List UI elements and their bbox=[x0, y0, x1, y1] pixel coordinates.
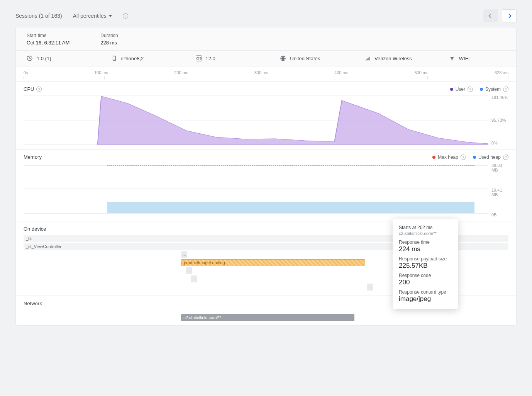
start-time-label: Start time bbox=[27, 33, 69, 38]
carrier: Verizon Wireless bbox=[374, 56, 412, 61]
percentile-dropdown[interactable]: All percentiles bbox=[73, 13, 112, 19]
next-session-button[interactable] bbox=[502, 9, 517, 22]
max-heap-line bbox=[107, 165, 474, 166]
legend-maxheap: Max heap bbox=[438, 155, 458, 160]
app-version: 1.0 (1) bbox=[37, 56, 51, 61]
tooltip-code-value: 200 bbox=[399, 279, 452, 286]
trace-item[interactable]: ... bbox=[181, 251, 187, 258]
tooltip-host: c2.staticflickr.com/** bbox=[399, 231, 452, 236]
meta-row: Start time Oct 16, 6:32:11 AM Duration 2… bbox=[16, 27, 516, 51]
duration-label: Duration bbox=[100, 33, 118, 38]
mem-y-zero: 0B bbox=[491, 212, 508, 217]
cpu-y-zero: 0% bbox=[491, 141, 508, 145]
tick-label: 400 ms bbox=[334, 70, 348, 75]
wifi-icon bbox=[449, 55, 455, 61]
trace-item[interactable]: ... bbox=[191, 275, 197, 282]
tick-label: 100 ms bbox=[94, 70, 108, 75]
legend-system: System bbox=[485, 87, 501, 92]
tick-label: 200 ms bbox=[174, 70, 188, 75]
tooltip-starts: Starts at 202 ms bbox=[399, 225, 452, 230]
os-version: 12.0 bbox=[206, 56, 215, 61]
tooltip-sz-label: Response payload size bbox=[399, 256, 452, 262]
tooltip-sz-value: 225.57KB bbox=[399, 262, 452, 270]
dot-icon bbox=[450, 88, 453, 91]
network-request-bar[interactable]: c2.staticflickr.com/** bbox=[181, 314, 354, 321]
tooltip-code-label: Response code bbox=[399, 273, 452, 278]
help-icon[interactable]: ? bbox=[503, 87, 508, 92]
tooltip-ct-value: image/jpeg bbox=[399, 295, 452, 303]
legend-user: User bbox=[456, 87, 465, 92]
caret-down-icon bbox=[109, 15, 112, 17]
help-icon[interactable]: ? bbox=[123, 13, 128, 19]
network-tooltip: Starts at 202 ms c2.staticflickr.com/** … bbox=[393, 219, 458, 309]
trace-product-image[interactable]: productImageLoading bbox=[181, 259, 365, 266]
help-icon[interactable]: ? bbox=[503, 155, 508, 160]
percentile-label: All percentiles bbox=[73, 13, 107, 19]
tick-label: 300 ms bbox=[254, 70, 268, 75]
help-icon[interactable]: ? bbox=[36, 87, 42, 92]
tick-label: 628 ms bbox=[495, 70, 508, 75]
dot-icon bbox=[432, 156, 435, 159]
sessions-label: Sessions (1 of 163) bbox=[15, 13, 62, 19]
memory-chart[interactable] bbox=[24, 163, 488, 217]
help-icon[interactable]: ? bbox=[468, 87, 473, 92]
country: United States bbox=[290, 56, 320, 61]
cpu-section: CPU ? User? System? bbox=[16, 82, 516, 150]
network-type: WIFI bbox=[459, 56, 469, 61]
phone-icon bbox=[111, 55, 117, 61]
ios-icon: iOS bbox=[196, 55, 202, 61]
memory-title: Memory bbox=[24, 154, 42, 160]
device-model: iPhone8,2 bbox=[121, 56, 144, 61]
cpu-y-max: 191.46% bbox=[491, 95, 508, 100]
help-icon[interactable]: ? bbox=[461, 155, 466, 160]
memory-section: Memory Max heap? Used heap? 38.83 MB 19.… bbox=[16, 150, 516, 221]
dot-icon bbox=[473, 156, 476, 159]
used-heap-area bbox=[107, 202, 474, 213]
cpu-chart[interactable] bbox=[24, 95, 488, 145]
cpu-title: CPU bbox=[24, 86, 34, 92]
start-time-value: Oct 16, 6:32:11 AM bbox=[27, 40, 69, 46]
topbar: Sessions (1 of 163) All percentiles ? bbox=[15, 9, 517, 22]
timeline-ruler: 0s 100 ms 200 ms 300 ms 400 ms 500 ms 62… bbox=[16, 66, 516, 82]
mem-y-mid: 19.41 MB bbox=[491, 188, 508, 197]
globe-icon bbox=[280, 55, 286, 61]
mem-y-max: 38.83 MB bbox=[491, 163, 508, 172]
device-row: 1.0 (1) iPhone8,2 iOS 12.0 United States bbox=[16, 51, 516, 66]
prev-session-button[interactable] bbox=[483, 9, 498, 22]
trace-item[interactable]: ... bbox=[186, 267, 192, 274]
trace-item[interactable]: ... bbox=[367, 284, 373, 291]
tick-label: 0s bbox=[24, 70, 28, 75]
cpu-y-mid: 95.73% bbox=[491, 118, 508, 122]
dot-icon bbox=[480, 88, 483, 91]
legend-usedheap: Used heap bbox=[478, 155, 501, 160]
tooltip-rt-label: Response time bbox=[399, 240, 452, 245]
signal-icon bbox=[364, 55, 371, 61]
session-card: Start time Oct 16, 6:32:11 AM Duration 2… bbox=[15, 27, 517, 325]
duration-value: 228 ms bbox=[100, 40, 118, 46]
history-icon bbox=[27, 55, 33, 61]
network-title: Network bbox=[24, 301, 42, 306]
ondevice-title: On device bbox=[24, 226, 46, 232]
tooltip-ct-label: Response content type bbox=[399, 289, 452, 295]
network-section: Network c2.staticflickr.com/** Starts at… bbox=[16, 296, 516, 325]
tick-label: 500 ms bbox=[415, 70, 429, 75]
tooltip-rt-value: 224 ms bbox=[399, 245, 452, 253]
